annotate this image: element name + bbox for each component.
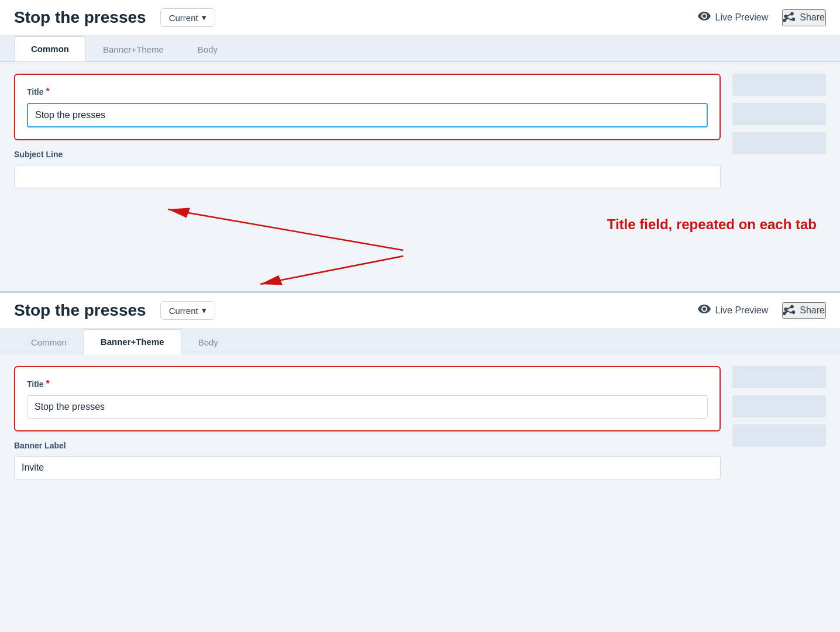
top-main-content: Title * Subject Line (14, 74, 721, 198)
required-star-bottom: * (46, 379, 50, 389)
tab-common-bottom[interactable]: Common (14, 330, 84, 354)
tab-body-top[interactable]: Body (181, 37, 235, 61)
subject-line-input[interactable] (14, 165, 721, 188)
bottom-sidebar-item-2 (732, 395, 826, 417)
sidebar-item-1 (732, 74, 826, 96)
bottom-version-label: Current (169, 306, 198, 316)
bottom-sidebar-item-3 (732, 424, 826, 447)
live-preview-button[interactable]: Live Preview (698, 12, 769, 24)
title-field-label-top: Title * (27, 87, 708, 97)
subject-line-section-top: Subject Line (14, 150, 721, 198)
bottom-version-dropdown[interactable]: Current ▾ (160, 301, 215, 320)
version-label: Current (169, 13, 198, 23)
annotation-arrow (0, 198, 840, 291)
bottom-share-label: Share (800, 305, 825, 316)
bottom-header-actions: Live Preview Share (698, 302, 826, 319)
header-actions: Live Preview Share (698, 9, 826, 26)
share-icon (783, 11, 795, 25)
bottom-share-icon (783, 303, 795, 317)
page-title: Stop the presses (14, 8, 146, 27)
bottom-share-button[interactable]: Share (782, 302, 826, 319)
bottom-chevron-icon: ▾ (202, 305, 206, 316)
share-label: Share (800, 12, 825, 23)
title-input-top[interactable] (27, 103, 708, 127)
tab-banner-theme-top[interactable]: Banner+Theme (86, 37, 181, 61)
tab-banner-theme-bottom[interactable]: Banner+Theme (84, 329, 181, 354)
tab-body-bottom[interactable]: Body (181, 330, 235, 354)
banner-label-section: Banner Label (14, 441, 721, 489)
annotation-text: Title field, repeated on each tab (607, 215, 817, 234)
bottom-right-sidebar (732, 366, 826, 489)
version-dropdown[interactable]: Current ▾ (160, 8, 215, 27)
subject-line-label: Subject Line (14, 150, 721, 159)
bottom-section: Stop the presses Current ▾ Live Preview (0, 291, 840, 500)
bottom-content-area: Title * Banner Label (0, 354, 840, 500)
bottom-main-content: Title * Banner Label (14, 366, 721, 489)
sidebar-item-2 (732, 103, 826, 125)
bottom-page-title: Stop the presses (14, 301, 146, 320)
live-preview-label: Live Preview (715, 12, 769, 23)
top-tabs: Common Banner+Theme Body (0, 36, 840, 61)
bottom-sidebar-item-1 (732, 366, 826, 388)
title-field-label-bottom: Title * (27, 379, 708, 389)
bottom-header: Stop the presses Current ▾ Live Preview (0, 293, 840, 329)
top-section: Stop the presses Current ▾ Live Preview (0, 0, 840, 62)
banner-label-label: Banner Label (14, 441, 721, 450)
bottom-live-preview-label: Live Preview (715, 305, 769, 316)
bottom-live-preview-button[interactable]: Live Preview (698, 305, 769, 316)
svg-line-1 (168, 209, 403, 250)
bottom-tabs: Common Banner+Theme Body (0, 329, 840, 354)
annotation-area: Title field, repeated on each tab (0, 198, 840, 291)
chevron-down-icon: ▾ (202, 12, 206, 23)
required-star-top: * (46, 87, 50, 97)
bottom-eye-icon (698, 305, 711, 316)
eye-icon (698, 12, 711, 24)
title-input-bottom[interactable] (27, 395, 708, 419)
title-form-card-top: Title * (14, 74, 721, 140)
share-button[interactable]: Share (782, 9, 826, 26)
title-form-card-bottom: Title * (14, 366, 721, 431)
top-right-sidebar (732, 74, 826, 198)
tab-common-top[interactable]: Common (14, 36, 86, 61)
sidebar-item-3 (732, 132, 826, 154)
top-content-area: Title * Subject Line (0, 62, 840, 198)
top-header: Stop the presses Current ▾ Live Preview (0, 0, 840, 36)
svg-line-2 (260, 256, 403, 284)
banner-label-input[interactable] (14, 456, 721, 479)
